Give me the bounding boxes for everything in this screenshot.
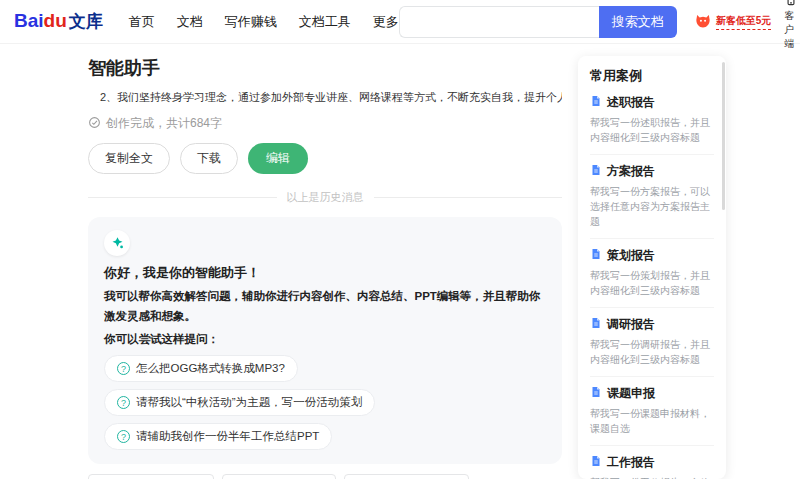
assistant-greeting-bubble: 你好，我是你的智能助手！ 我可以帮你高效解答问题，辅助你进行内容创作、内容总结、… (88, 217, 562, 464)
case-item[interactable]: 调研报告 帮我写一份调研报告，并且内容细化到三级内容标题 (590, 308, 714, 377)
client-label: 客户端 (784, 9, 798, 51)
common-cases-sidebar: 常用案例 述职报告 帮我写一份述职报告，并且内容细化到三级内容标题 (578, 56, 726, 479)
try-ask-label: 你可以尝试这样提问： (104, 332, 546, 347)
document-icon (590, 455, 602, 470)
case-item-title: 方案报告 (607, 163, 655, 180)
case-item[interactable]: 策划报告 帮我写一份策划报告，并且内容细化到三级内容标题 (590, 239, 714, 308)
document-icon (590, 248, 602, 263)
nav-tools[interactable]: 文档工具 (299, 13, 351, 31)
quick-prompt-row: 帮我写一份个人简历 帮我写一篇承诺书 帮我写一篇经验交流 (88, 474, 562, 479)
top-header: Baidu文库 首页 文档 写作赚钱 文档工具 更多 搜索文档 新客低至5元 客… (0, 0, 800, 44)
document-icon (590, 164, 602, 179)
case-item-head: 课题申报 (590, 385, 714, 402)
greeting-body: 我可以帮你高效解答问题，辅助你进行内容创作、内容总结、PPT编辑等，并且帮助你激… (104, 287, 546, 326)
nav-more[interactable]: 更多 (373, 13, 399, 31)
promo-label: 新客低至5元 (716, 14, 772, 30)
status-text: 创作完成，共计684字 (106, 115, 222, 132)
greeting-title: 你好，我是你的智能助手！ (104, 264, 546, 282)
document-icon (590, 95, 602, 110)
case-item[interactable]: 方案报告 帮我写一份方案报告，可以选择任意内容为方案报告主题 (590, 155, 714, 239)
page-content: 智能助手 2、我们坚持终身学习理念，通过参加外部专业讲座、网络课程等方式，不断充… (0, 44, 800, 479)
logo-du: du (44, 10, 67, 32)
search-bar: 搜索文档 (399, 6, 677, 38)
header-right: 新客低至5元 客户端 看过 (693, 0, 800, 51)
mascot-icon (693, 10, 713, 34)
case-item-desc: 帮我写一份工作报告，文体类型随机 (590, 475, 714, 479)
nav-earn[interactable]: 写作赚钱 (225, 13, 277, 31)
creation-status: 创作完成，共计684字 (88, 115, 562, 132)
nav-docs[interactable]: 文档 (177, 13, 203, 31)
case-list: 述职报告 帮我写一份述职报告，并且内容细化到三级内容标题 方案报告 帮我写一份方… (590, 86, 714, 479)
case-item-title: 课题申报 (607, 385, 655, 402)
quick-prompt-button[interactable]: 帮我写一份个人简历 (88, 474, 214, 479)
page-title: 智能助手 (88, 56, 562, 80)
case-item-head: 调研报告 (590, 316, 714, 333)
history-divider: 以上是历史消息 (88, 190, 562, 205)
divider-label: 以上是历史消息 (287, 190, 364, 205)
suggestion-chip[interactable]: ? 请辅助我创作一份半年工作总结PPT (104, 423, 332, 450)
case-item[interactable]: 课题申报 帮我写一份课题申报材料，课题自选 (590, 377, 714, 446)
case-item-head: 方案报告 (590, 163, 714, 180)
suggestion-list: ? 怎么把OGG格式转换成MP3? ? 请帮我以“中秋活动”为主题，写一份活动策… (104, 355, 546, 450)
sidebar-scrollbar[interactable] (722, 62, 725, 210)
search-input[interactable] (399, 6, 599, 38)
case-item-title: 述职报告 (607, 94, 655, 111)
new-user-promo[interactable]: 新客低至5元 (693, 10, 772, 34)
edit-button[interactable]: 编辑 (248, 143, 308, 174)
question-icon: ? (117, 396, 130, 409)
case-item-head: 述职报告 (590, 94, 714, 111)
document-icon (590, 386, 602, 401)
assistant-panel: 智能助手 2、我们坚持终身学习理念，通过参加外部专业讲座、网络课程等方式，不断充… (88, 56, 562, 479)
copy-all-button[interactable]: 复制全文 (88, 143, 170, 174)
suggestion-chip[interactable]: ? 请帮我以“中秋活动”为主题，写一份活动策划 (104, 389, 375, 416)
question-icon: ? (117, 362, 130, 375)
assistant-avatar-icon (104, 230, 130, 256)
check-circle-icon (88, 116, 101, 132)
case-item-desc: 帮我写一份述职报告，并且内容细化到三级内容标题 (590, 115, 714, 145)
phone-icon (784, 0, 798, 8)
suggestion-text: 请辅助我创作一份半年工作总结PPT (136, 429, 319, 444)
download-button[interactable]: 下载 (180, 143, 238, 174)
case-item-title: 调研报告 (607, 316, 655, 333)
case-item-desc: 帮我写一份策划报告，并且内容细化到三级内容标题 (590, 268, 714, 298)
logo-bai: Bai (14, 10, 44, 32)
case-item[interactable]: 述职报告 帮我写一份述职报告，并且内容细化到三级内容标题 (590, 86, 714, 155)
suggestion-text: 请帮我以“中秋活动”为主题，写一份活动策划 (136, 395, 362, 410)
history-message-text: 2、我们坚持终身学习理念，通过参加外部专业讲座、网络课程等方式，不断充实自我，提… (88, 90, 562, 105)
suggestion-chip[interactable]: ? 怎么把OGG格式转换成MP3? (104, 355, 298, 382)
client-entry[interactable]: 客户端 (784, 0, 798, 51)
search-button[interactable]: 搜索文档 (599, 6, 677, 38)
sidebar-title: 常用案例 (590, 67, 714, 85)
case-item-head: 工作报告 (590, 454, 714, 471)
case-item-title: 策划报告 (607, 247, 655, 264)
document-icon (590, 317, 602, 332)
suggestion-text: 怎么把OGG格式转换成MP3? (136, 361, 285, 376)
case-item-desc: 帮我写一份课题申报材料，课题自选 (590, 406, 714, 436)
baidu-wenku-logo[interactable]: Baidu文库 (14, 10, 103, 33)
nav-home[interactable]: 首页 (129, 13, 155, 31)
common-cases-card: 常用案例 述职报告 帮我写一份述职报告，并且内容细化到三级内容标题 (578, 56, 726, 479)
quick-prompt-button[interactable]: 帮我写一篇承诺书 (222, 474, 336, 479)
main-nav: 首页 文档 写作赚钱 文档工具 更多 (129, 13, 399, 31)
case-item-title: 工作报告 (607, 454, 655, 471)
case-item-desc: 帮我写一份调研报告，并且内容细化到三级内容标题 (590, 337, 714, 367)
case-item[interactable]: 工作报告 帮我写一份工作报告，文体类型随机 (590, 446, 714, 479)
quick-prompt-button[interactable]: 帮我写一篇经验交流 (344, 474, 470, 479)
case-item-head: 策划报告 (590, 247, 714, 264)
history-actions: 复制全文 下载 编辑 (88, 143, 562, 174)
question-icon: ? (117, 430, 130, 443)
logo-wenku: 文库 (69, 10, 103, 33)
case-item-desc: 帮我写一份方案报告，可以选择任意内容为方案报告主题 (590, 184, 714, 229)
